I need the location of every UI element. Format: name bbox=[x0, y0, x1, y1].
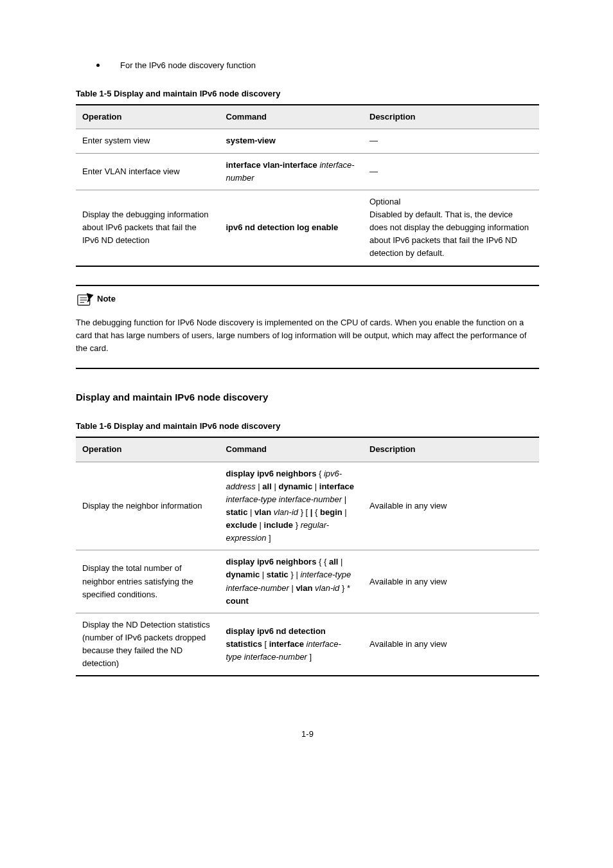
cmd-bold: ipv6 nd detection log enable bbox=[226, 222, 339, 232]
cell-operation: Enter system view bbox=[76, 129, 220, 153]
table-row: Display the ND Detection statistics (num… bbox=[76, 613, 539, 676]
table-row: Display the total number of neighbor ent… bbox=[76, 550, 539, 613]
page-number: 1-9 bbox=[76, 728, 539, 741]
cell-command: interface vlan-interface interface-numbe… bbox=[220, 153, 364, 190]
table2: Operation Command Description Display th… bbox=[76, 437, 539, 676]
table2-caption: Table 1-6 Display and maintain IPv6 node… bbox=[76, 420, 539, 433]
cell-description: OptionalDisabled by default. That is, th… bbox=[363, 190, 539, 266]
bullet-dot-icon bbox=[96, 64, 100, 67]
cell-operation: Display the neighbor information bbox=[76, 462, 220, 550]
cell-description: Available in any view bbox=[363, 550, 539, 613]
table-header-row: Operation Command Description bbox=[76, 105, 539, 129]
note-block: Note The debugging function for IPv6 Nod… bbox=[76, 285, 539, 369]
section-heading: Display and maintain IPv6 node discovery bbox=[76, 390, 539, 404]
th-command: Command bbox=[220, 437, 364, 462]
th-command: Command bbox=[220, 105, 364, 129]
cmd-bold: interface vlan-interface bbox=[226, 160, 317, 170]
table-row: Display the neighbor information display… bbox=[76, 462, 539, 550]
cell-operation: Enter VLAN interface view bbox=[76, 153, 220, 190]
table1: Operation Command Description Enter syst… bbox=[76, 104, 539, 266]
cell-operation: Display the ND Detection statistics (num… bbox=[76, 613, 220, 676]
cell-command: ipv6 nd detection log enable bbox=[220, 190, 364, 266]
table-row: Display the debugging information about … bbox=[76, 190, 539, 266]
table-header-row: Operation Command Description bbox=[76, 437, 539, 462]
cell-command: display ipv6 neighbors { { all | dynamic… bbox=[220, 550, 364, 613]
table1-caption: Table 1-5 Display and maintain IPv6 node… bbox=[76, 87, 539, 100]
table-row: Enter VLAN interface view interface vlan… bbox=[76, 153, 539, 190]
cmd-text: system-view bbox=[226, 136, 276, 145]
note-icon bbox=[76, 292, 94, 307]
cell-operation: Display the debugging information about … bbox=[76, 190, 220, 266]
page-container: For the IPv6 node discovery function Tab… bbox=[0, 0, 613, 767]
table-row: Enter system view system-view — bbox=[76, 129, 539, 153]
note-line: The debugging function for IPv6 Node dis… bbox=[76, 316, 539, 355]
cell-operation: Display the total number of neighbor ent… bbox=[76, 550, 220, 613]
cell-command: display ipv6 nd detection statistics [ i… bbox=[220, 613, 364, 676]
th-operation: Operation bbox=[76, 437, 220, 462]
th-description: Description bbox=[363, 105, 539, 129]
th-description: Description bbox=[363, 437, 539, 462]
note-label: Note bbox=[97, 293, 116, 305]
cell-description: Available in any view bbox=[363, 613, 539, 676]
note-header: Note bbox=[76, 292, 539, 307]
cell-description: — bbox=[363, 153, 539, 190]
bullet-text: For the IPv6 node discovery function bbox=[120, 59, 539, 72]
cell-description: — bbox=[363, 129, 539, 153]
cell-description: Available in any view bbox=[363, 462, 539, 550]
cell-command: system-view bbox=[220, 129, 364, 153]
cell-command: display ipv6 neighbors { ipv6-address | … bbox=[220, 462, 364, 550]
bullet-item: For the IPv6 node discovery function bbox=[96, 59, 539, 72]
note-body: The debugging function for IPv6 Node dis… bbox=[76, 316, 539, 355]
th-operation: Operation bbox=[76, 105, 220, 129]
